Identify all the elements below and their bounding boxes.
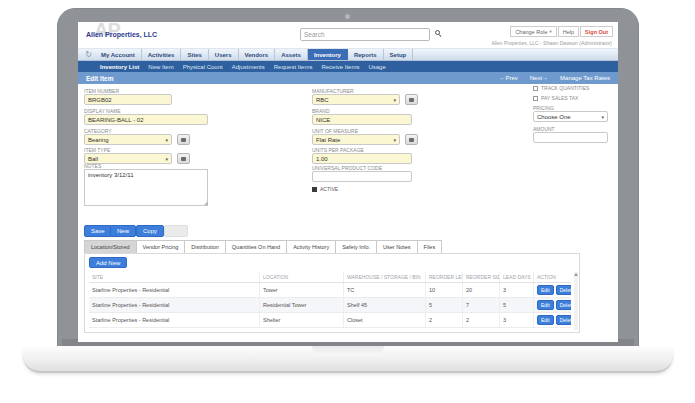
track-quantities-row: TRACK QUANTITIES [533,85,589,91]
pricing-select[interactable]: Choose One ▾ [533,111,608,122]
display-name-field[interactable] [84,114,208,125]
table-row: Starline Properties - Residential Tower … [89,283,571,298]
nav-tab-activities[interactable]: Activities [142,49,182,60]
tab-distribution[interactable]: Distribution [184,240,226,254]
subnav-inventory-list[interactable]: Inventory List [100,64,139,70]
user-info: Allen Properties, LLC - Shawn Dawson (Ad… [491,40,612,46]
delete-button[interactable]: Delete [556,285,571,295]
pay-sales-tax-checkbox[interactable] [533,96,538,101]
col-warehouse: WAREHOUSE / STORAGE / BIN [343,272,425,282]
nav-tab-vendors[interactable]: Vendors [239,49,276,60]
subnav-usage[interactable]: Usage [368,64,385,70]
active-checkbox[interactable] [312,187,317,192]
scroll-up-icon[interactable] [574,273,578,276]
table-header-row: SITE LOCATION WAREHOUSE / STORAGE / BIN … [89,272,571,283]
unit-of-measure-lookup-button[interactable] [405,134,418,145]
tab-activity-history[interactable]: Activity History [286,240,336,254]
edit-item-bar: Edit Item ←Prev Next→ Manage Tax Rates [78,72,618,84]
detail-tabs: Location/Stored Vendor Pricing Distribut… [84,240,442,254]
amount-field[interactable] [533,132,608,143]
edit-button[interactable]: Edit [537,315,554,325]
subnav-new-item[interactable]: New Item [148,64,173,70]
caret-down-icon: ▾ [393,97,396,103]
active-label: ACTIVE [320,186,338,192]
add-new-button[interactable]: Add New [89,257,127,268]
inventory-subnav: Inventory List New Item Physical Count A… [78,61,618,72]
manufacturer-lookup-button[interactable] [405,94,418,105]
locations-table: SITE LOCATION WAREHOUSE / STORAGE / BIN … [89,272,571,328]
app-screen: AP Allen Properties, LLC Change Role ▾ H… [78,22,618,342]
new-button[interactable]: New [110,225,136,237]
resize-handle-icon[interactable] [204,201,208,205]
refresh-icon[interactable]: ↻ [82,49,95,60]
nav-tab-my-account[interactable]: My Account [95,49,142,60]
table-row: Starline Properties - Residential Shelte… [89,313,571,328]
search-icon[interactable] [435,30,443,38]
copy-button[interactable]: Copy [136,225,164,237]
pay-sales-tax-label: PAY SALES TAX [541,95,578,101]
manage-tax-rates-link[interactable]: Manage Tax Rates [560,75,610,81]
active-checkbox-row: ACTIVE [312,186,338,192]
save-button[interactable]: Save [84,225,112,237]
next-link[interactable]: Next→ [530,75,548,81]
page-title: Edit Item [86,75,113,82]
units-per-package-field[interactable] [312,153,412,164]
location-stored-panel: Add New SITE LOCATION WAREHOUSE / STORAG… [84,253,580,333]
table-scrollbar[interactable] [574,272,578,330]
edit-button[interactable]: Edit [537,285,554,295]
delete-button[interactable]: Delete [556,300,571,310]
subnav-adjustments[interactable]: Adjustments [232,64,265,70]
item-number-field[interactable] [84,94,172,105]
header-buttons: Change Role ▾ Help Sign Out [510,26,613,37]
sign-out-button[interactable]: Sign Out [580,26,613,37]
subnav-request-items[interactable]: Request Items [274,64,313,70]
notes-field[interactable]: inventory 3/12/11 [84,169,208,206]
main-nav: ↻ My Account Activities Sites Users Vend… [78,48,618,61]
nav-tab-sites[interactable]: Sites [181,49,208,60]
caret-down-icon: ▾ [165,156,168,162]
laptop-notch [312,346,384,355]
col-location: LOCATION [259,272,343,282]
caret-down-icon: ▾ [393,137,396,143]
nav-tab-setup[interactable]: Setup [384,49,414,60]
search-input[interactable] [300,28,430,41]
track-quantities-checkbox[interactable] [533,86,538,91]
table-row: Starline Properties - Residential Reside… [89,298,571,313]
unit-of-measure-select[interactable]: Flat Rate ▾ [312,134,400,145]
prev-link[interactable]: ←Prev [499,75,517,81]
tab-safety-info[interactable]: Safety Info. [335,240,377,254]
subnav-receive-items[interactable]: Receive Items [321,64,359,70]
disabled-button [164,225,188,237]
pay-sales-tax-row: PAY SALES TAX [533,95,578,101]
lookup-icon [181,138,186,142]
tab-files[interactable]: Files [417,240,443,254]
category-lookup-button[interactable] [177,134,190,145]
tab-vendor-pricing[interactable]: Vendor Pricing [136,240,186,254]
edit-button[interactable]: Edit [537,300,554,310]
nav-tab-inventory[interactable]: Inventory [308,49,348,60]
delete-button[interactable]: Delete [556,315,571,325]
laptop-camera [345,14,350,19]
tab-user-notes[interactable]: User Notes [376,240,418,254]
item-type-lookup-button[interactable] [177,153,190,164]
caret-down-icon: ▾ [601,114,604,120]
nav-tab-users[interactable]: Users [209,49,239,60]
manufacturer-select[interactable]: RBC ▾ [312,94,400,105]
col-reorder-size: REORDER SIZE [462,272,499,282]
lookup-icon [409,138,414,142]
subnav-physical-count[interactable]: Physical Count [183,64,223,70]
tab-location-stored[interactable]: Location/Stored [84,240,137,254]
upc-field[interactable] [312,171,412,182]
col-reorder-level: REORDER LEVEL [425,272,462,282]
category-select[interactable]: Bearing ▾ [84,134,172,145]
change-role-button[interactable]: Change Role ▾ [510,26,556,37]
caret-down-icon: ▾ [550,29,552,34]
track-quantities-label: TRACK QUANTITIES [541,85,589,91]
tab-quantities-on-hand[interactable]: Quantities On Hand [225,240,287,254]
caret-down-icon: ▾ [165,137,168,143]
lookup-icon [409,98,414,102]
nav-tab-assets[interactable]: Assets [275,49,308,60]
help-button[interactable]: Help [558,26,579,37]
brand-field[interactable] [312,114,412,125]
nav-tab-reports[interactable]: Reports [348,49,384,60]
